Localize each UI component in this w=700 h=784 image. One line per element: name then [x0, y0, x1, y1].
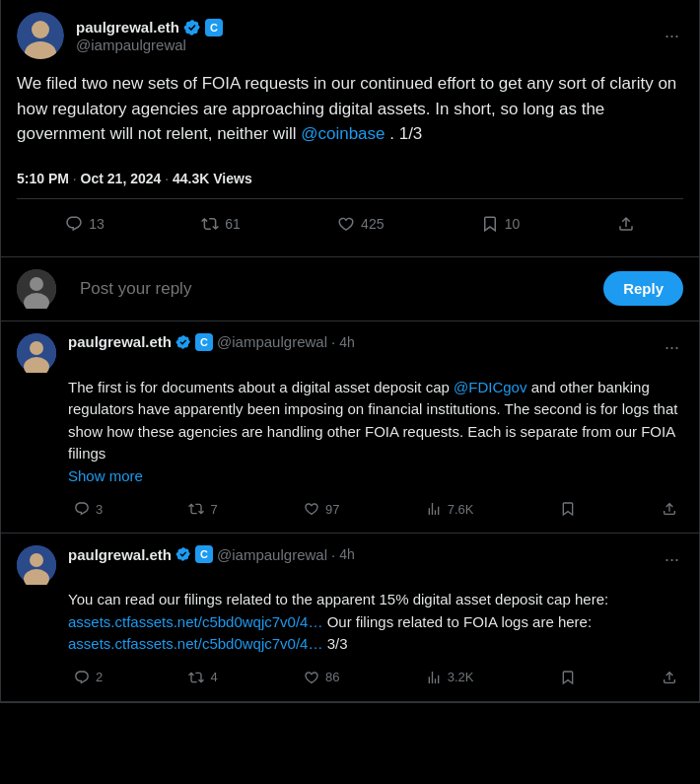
reply-2-views[interactable]: 3.2K — [420, 666, 480, 689]
svg-point-10 — [30, 553, 43, 567]
reply-2-handle: @iampaulgrewal — [217, 546, 327, 563]
svg-point-4 — [30, 277, 43, 291]
reply-2-content: You can read our filings related to the … — [68, 589, 683, 656]
svg-point-7 — [30, 341, 43, 355]
reply-2-text: You can read our filings related to the … — [68, 591, 608, 607]
like-action[interactable]: 425 — [325, 207, 395, 241]
tweet-meta: 5:10 PM · Oct 21, 2024 · 44.3K Views — [17, 159, 683, 199]
reply-2-verified — [175, 546, 191, 562]
more-options-button[interactable]: ··· — [661, 22, 683, 50]
show-more-button[interactable]: Show more — [68, 467, 143, 484]
tweet-suffix: . 1/3 — [389, 124, 422, 143]
reply-tweet-2-header: paulgrewal.eth C @iampaulgrewal · 4h ··· — [17, 545, 683, 585]
reply-1-user-name: paulgrewal.eth — [68, 333, 172, 350]
reply-2-comment-count: 2 — [96, 670, 103, 684]
reply-2-avatar — [17, 545, 56, 585]
avatar — [17, 12, 64, 59]
views-label: Views — [213, 171, 251, 186]
reply-1-like-count: 97 — [325, 502, 339, 517]
reply-2-link2[interactable]: assets.ctfassets.net/c5bd0wqjc7v0/4… — [68, 635, 322, 652]
views-count: 44.3K — [173, 171, 209, 186]
tweet-container: paulgrewal.eth C @iampaulgrewal ··· We f… — [0, 0, 700, 703]
tweet-date: Oct 21, 2024 — [81, 171, 162, 186]
tweet-time: 5:10 PM — [17, 171, 69, 186]
user-name-row: paulgrewal.eth C — [76, 19, 661, 36]
tweet-content: We filed two new sets of FOIA requests i… — [17, 71, 683, 147]
reply-2-more-options[interactable]: ··· — [661, 545, 683, 574]
reply-2-suffix: 3/3 — [327, 635, 348, 652]
comment-count: 13 — [89, 216, 105, 232]
reply-1-retweet[interactable]: 7 — [182, 497, 223, 521]
reply-1-views-count: 7.6K — [448, 502, 474, 517]
retweet-count: 61 — [225, 216, 241, 232]
reply-tweet-1: paulgrewal.eth C @iampaulgrewal · 4h ···… — [1, 321, 699, 535]
user-name: paulgrewal.eth — [76, 19, 179, 36]
reply-1-verified — [175, 334, 191, 350]
reply-1-like[interactable]: 97 — [298, 497, 345, 521]
coinbase-badge: C — [205, 19, 223, 36]
reply-2-comment[interactable]: 2 — [68, 666, 108, 689]
reply-2-bookmark[interactable] — [554, 666, 582, 689]
reply-button[interactable]: Reply — [603, 271, 683, 306]
user-handle: @iampaulgrewal — [76, 36, 661, 53]
reply-1-content: The first is for documents about a digit… — [68, 377, 683, 488]
main-tweet: paulgrewal.eth C @iampaulgrewal ··· We f… — [1, 0, 699, 257]
reply-1-comment-count: 3 — [96, 502, 103, 517]
bookmark-count: 10 — [505, 216, 521, 232]
reply-2-like[interactable]: 86 — [298, 666, 345, 689]
fdic-mention[interactable]: @FDICgov — [454, 379, 526, 395]
reply-2-share[interactable] — [656, 666, 683, 689]
reply-1-text: The first is for documents about a digit… — [68, 379, 450, 395]
reply-input[interactable] — [80, 279, 592, 299]
reply-1-actions: 3 7 97 7.6K — [68, 497, 683, 521]
reply-1-comment[interactable]: 3 — [68, 497, 108, 521]
reply-2-like-count: 86 — [325, 670, 339, 684]
reply-1-share[interactable] — [656, 497, 683, 521]
tweet-header: paulgrewal.eth C @iampaulgrewal ··· — [17, 12, 683, 59]
reply-2-retweet[interactable]: 4 — [182, 666, 223, 689]
svg-point-1 — [32, 21, 49, 38]
reply-2-actions: 2 4 86 3.2K — [68, 666, 683, 689]
reply-1-avatar — [17, 333, 56, 373]
reply-1-handle: @iampaulgrewal — [217, 333, 327, 350]
like-count: 425 — [361, 216, 384, 232]
reply-input-row: Reply — [1, 257, 699, 321]
retweet-action[interactable]: 61 — [189, 207, 252, 241]
reply-2-user-info: paulgrewal.eth C @iampaulgrewal · 4h — [68, 545, 661, 563]
verified-icon — [183, 19, 201, 36]
reply-1-more-options[interactable]: ··· — [661, 333, 683, 362]
reply-1-views[interactable]: 7.6K — [420, 497, 480, 521]
coinbase-mention[interactable]: @coinbase — [301, 124, 385, 143]
reply-2-retweet-count: 4 — [210, 670, 217, 684]
reply-tweet-1-header: paulgrewal.eth C @iampaulgrewal · 4h ··· — [17, 333, 683, 373]
reply-1-time: 4h — [339, 334, 355, 350]
reply-2-user-name: paulgrewal.eth — [68, 546, 172, 563]
reply-2-time: 4h — [339, 546, 355, 562]
reply-2-views-count: 3.2K — [448, 670, 474, 684]
reply-2-mid: Our filings related to FOIA logs are her… — [327, 613, 592, 630]
reply-1-retweet-count: 7 — [210, 502, 217, 517]
reply-1-bookmark[interactable] — [554, 497, 582, 521]
user-info: paulgrewal.eth C @iampaulgrewal — [76, 19, 661, 53]
tweet-actions: 13 61 425 10 — [17, 203, 683, 245]
reply-1-user-info: paulgrewal.eth C @iampaulgrewal · 4h — [68, 333, 661, 351]
reply-tweet-2: paulgrewal.eth C @iampaulgrewal · 4h ···… — [1, 534, 699, 702]
reply-2-link1[interactable]: assets.ctfassets.net/c5bd0wqjc7v0/4… — [68, 613, 322, 630]
reply-2-coinbase-badge: C — [195, 545, 213, 563]
share-action[interactable] — [605, 207, 647, 241]
comment-action[interactable]: 13 — [53, 207, 116, 241]
reply-1-coinbase-badge: C — [195, 333, 213, 351]
reply-avatar — [17, 269, 56, 309]
bookmark-action[interactable]: 10 — [469, 207, 532, 241]
